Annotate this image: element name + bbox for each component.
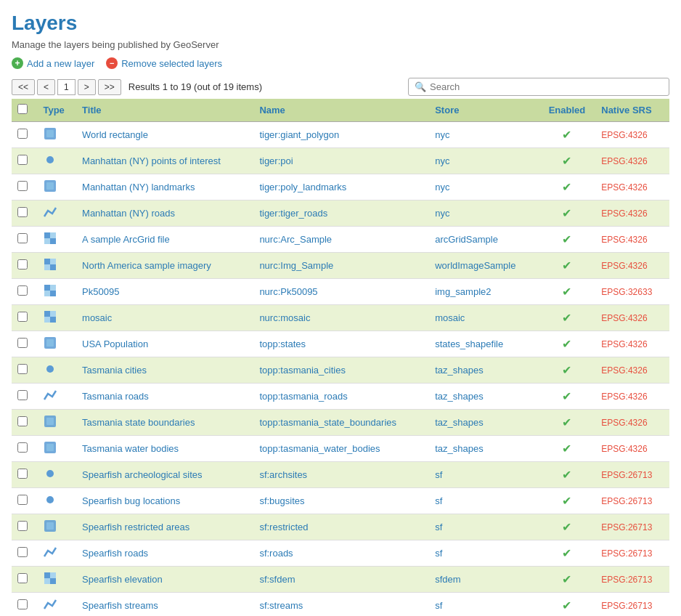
row-title[interactable]: Spearfish elevation [76, 567, 253, 593]
row-store[interactable]: sf [429, 593, 538, 617]
row-name[interactable]: sf:bugsites [253, 488, 429, 514]
row-checkbox[interactable] [17, 495, 28, 505]
row-name[interactable]: nurc:mosaic [253, 305, 429, 331]
search-input[interactable] [430, 81, 663, 92]
row-checkbox[interactable] [17, 599, 28, 609]
svg-rect-31 [46, 444, 54, 451]
row-checkbox[interactable] [17, 469, 28, 479]
row-srs: EPSG:4326 [595, 331, 669, 357]
row-name[interactable]: topp:tasmania_roads [253, 384, 429, 410]
row-store[interactable]: taz_shapes [429, 436, 538, 462]
row-checkbox[interactable] [17, 521, 28, 531]
row-name[interactable]: nurc:Arc_Sample [253, 227, 429, 253]
row-srs: EPSG:32633 [595, 279, 669, 305]
row-title[interactable]: World rectangle [76, 122, 253, 148]
row-name[interactable]: sf:archsites [253, 462, 429, 488]
row-name[interactable]: topp:tasmania_water_bodies [253, 436, 429, 462]
row-title[interactable]: Manhattan (NY) roads [76, 200, 253, 227]
row-store[interactable]: nyc [429, 174, 538, 200]
row-name[interactable]: topp:states [253, 331, 429, 357]
row-store[interactable]: taz_shapes [429, 410, 538, 436]
row-store[interactable]: states_shapefile [429, 331, 538, 357]
row-store[interactable]: sf [429, 462, 538, 488]
row-title[interactable]: Spearfish bug locations [76, 488, 253, 514]
row-name[interactable]: tiger:tiger_roads [253, 200, 429, 227]
svg-rect-9 [50, 232, 56, 238]
table-row: Spearfish roads sf:roads sf ✔ EPSG:26713 [12, 540, 669, 567]
row-checkbox[interactable] [17, 233, 28, 243]
row-name[interactable]: sf:sfdem [253, 567, 429, 593]
row-title[interactable]: A sample ArcGrid file [76, 227, 253, 253]
row-title[interactable]: Tasmania cities [76, 357, 253, 384]
table-row: North America sample imagery nurc:Img_Sa… [12, 253, 669, 279]
row-checkbox[interactable] [17, 416, 28, 426]
row-store[interactable]: nyc [429, 122, 538, 148]
row-checkbox[interactable] [17, 181, 28, 191]
row-store[interactable]: nyc [429, 200, 538, 227]
row-name[interactable]: sf:restricted [253, 514, 429, 540]
row-store[interactable]: taz_shapes [429, 384, 538, 410]
row-title[interactable]: Spearfish restricted areas [76, 514, 253, 540]
row-checkbox[interactable] [17, 364, 28, 374]
row-enabled: ✔ [539, 593, 596, 617]
row-name[interactable]: tiger:poly_landmarks [253, 174, 429, 200]
row-store[interactable]: sfdem [429, 567, 538, 593]
row-name[interactable]: tiger:giant_polygon [253, 122, 429, 148]
add-layer-link[interactable]: + Add a new layer [12, 57, 94, 69]
row-store[interactable]: sf [429, 488, 538, 514]
row-title[interactable]: Tasmania roads [76, 384, 253, 410]
row-name[interactable]: sf:roads [253, 540, 429, 567]
row-enabled: ✔ [539, 331, 596, 357]
row-title[interactable]: Tasmania water bodies [76, 436, 253, 462]
enabled-checkmark: ✔ [562, 207, 571, 219]
row-checkbox[interactable] [17, 573, 28, 583]
row-title[interactable]: North America sample imagery [76, 253, 253, 279]
row-store[interactable]: sf [429, 540, 538, 567]
prev-page-btn[interactable]: < [37, 79, 55, 95]
row-checkbox[interactable] [17, 129, 28, 139]
row-checkbox[interactable] [17, 547, 28, 557]
row-checkbox-cell [12, 357, 37, 384]
row-checkbox[interactable] [17, 259, 28, 270]
row-checkbox[interactable] [17, 285, 28, 296]
row-checkbox[interactable] [17, 207, 28, 217]
row-store[interactable]: img_sample2 [429, 279, 538, 305]
row-store[interactable]: arcGridSample [429, 227, 538, 253]
row-store[interactable]: nyc [429, 148, 538, 174]
row-name[interactable]: tiger:poi [253, 148, 429, 174]
row-srs: EPSG:26713 [595, 514, 669, 540]
row-title[interactable]: mosaic [76, 305, 253, 331]
first-page-btn[interactable]: << [12, 79, 35, 95]
row-title[interactable]: Manhattan (NY) landmarks [76, 174, 253, 200]
svg-rect-14 [50, 259, 56, 264]
row-checkbox[interactable] [17, 312, 28, 322]
row-checkbox[interactable] [17, 390, 28, 400]
row-name[interactable]: topp:tasmania_cities [253, 357, 429, 384]
remove-layers-link[interactable]: − Remove selected layers [106, 57, 222, 69]
row-store[interactable]: taz_shapes [429, 357, 538, 384]
row-store[interactable]: sf [429, 514, 538, 540]
next-page-btn[interactable]: > [78, 79, 96, 95]
row-store[interactable]: worldImageSample [429, 253, 538, 279]
row-title[interactable]: Manhattan (NY) points of interest [76, 148, 253, 174]
row-title[interactable]: Spearfish streams [76, 593, 253, 617]
row-title[interactable]: Spearfish roads [76, 540, 253, 567]
select-all-checkbox[interactable] [17, 104, 28, 114]
row-title[interactable]: Tasmania state boundaries [76, 410, 253, 436]
row-title[interactable]: USA Population [76, 331, 253, 357]
row-checkbox[interactable] [17, 155, 28, 165]
svg-rect-21 [44, 311, 50, 317]
row-checkbox[interactable] [17, 338, 28, 348]
row-name[interactable]: nurc:Pk50095 [253, 279, 429, 305]
row-checkbox[interactable] [17, 442, 28, 453]
last-page-btn[interactable]: >> [98, 79, 121, 95]
row-store[interactable]: mosaic [429, 305, 538, 331]
row-name[interactable]: nurc:Img_Sample [253, 253, 429, 279]
row-name[interactable]: topp:tasmania_state_boundaries [253, 410, 429, 436]
svg-rect-7 [50, 238, 56, 244]
row-name[interactable]: sf:streams [253, 593, 429, 617]
svg-rect-13 [44, 264, 50, 270]
row-title[interactable]: Pk50095 [76, 279, 253, 305]
type-icon-raster [43, 257, 57, 272]
row-title[interactable]: Spearfish archeological sites [76, 462, 253, 488]
